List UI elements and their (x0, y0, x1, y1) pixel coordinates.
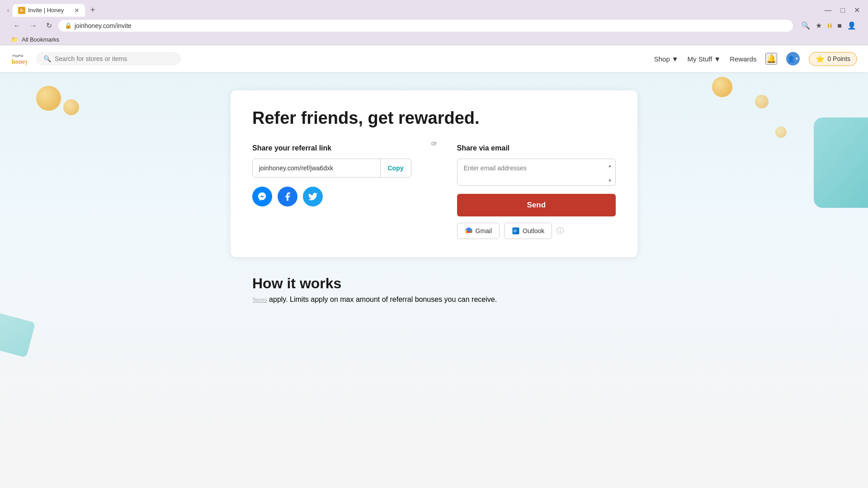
shop-link[interactable]: Shop ▼ (654, 55, 679, 63)
bookmarks-label[interactable]: All Bookmarks (22, 36, 59, 43)
points-star-icon: ⭐ (816, 55, 825, 63)
deco-teal-left (0, 311, 36, 357)
twitter-icon (308, 192, 318, 202)
search-icon[interactable]: 🔍 (800, 20, 811, 31)
new-tab-btn[interactable]: + (87, 4, 99, 17)
avatar-icon: 👤 (788, 56, 795, 62)
facebook-share-btn[interactable] (278, 187, 297, 206)
honey-logo-svg: PayPal honey (11, 51, 27, 67)
info-icon[interactable]: ⓘ (557, 226, 564, 236)
email-input-wrapper: ▲ ▼ (457, 159, 616, 188)
gmail-label: Gmail (476, 227, 492, 235)
bookmarks-bar: 📁 All Bookmarks (5, 34, 863, 45)
copy-button[interactable]: Copy (380, 159, 411, 177)
search-icon: 🔍 (43, 55, 51, 62)
bookmarks-folder-icon: 📁 (11, 36, 18, 43)
share-email-section: Share via email ▲ ▼ Send (457, 144, 616, 239)
send-button[interactable]: Send (457, 194, 616, 216)
notifications-bell-icon[interactable]: 🔔 (765, 53, 777, 65)
mystuff-chevron-icon: ▼ (714, 55, 721, 63)
tab-title: Invite | Honey (28, 7, 70, 14)
search-box[interactable]: 🔍 (36, 52, 181, 66)
svg-text:O: O (514, 229, 517, 233)
close-btn[interactable]: ✕ (851, 4, 863, 16)
svg-text:honey: honey (12, 58, 27, 65)
mystuff-link[interactable]: My Stuff ▼ (688, 55, 721, 63)
shop-chevron-icon: ▼ (672, 55, 679, 63)
terms-suffix: apply. Limits apply on max amount of ref… (267, 296, 497, 303)
url-box[interactable]: 🔒 joinhoney.com/invite (58, 20, 793, 32)
search-input[interactable] (55, 55, 174, 62)
page-background: Refer friends, get rewarded. Share your … (0, 72, 868, 443)
tab-back-btn[interactable]: ‹ (5, 5, 11, 15)
rewards-link[interactable]: Rewards (730, 55, 756, 63)
url-text: joinhoney.com/invite (75, 22, 787, 29)
outlook-label: Outlook (523, 227, 544, 235)
back-btn[interactable]: ← (11, 20, 24, 32)
share-link-section: Share your referral link Copy (252, 144, 411, 206)
deco-coin-2 (63, 99, 79, 115)
email-scroll-down-btn[interactable]: ▼ (608, 178, 612, 183)
tab-close-btn[interactable]: ✕ (74, 7, 80, 14)
points-display[interactable]: ⭐ 0 Points (809, 52, 857, 66)
window-controls: — □ ✕ (821, 4, 863, 16)
email-input[interactable] (457, 159, 616, 186)
secure-icon: 🔒 (65, 22, 72, 29)
profile-icon[interactable]: 👤 (846, 20, 857, 31)
maximize-btn[interactable]: □ (838, 4, 848, 16)
honey-ext-icon[interactable]: H (826, 20, 833, 31)
points-label: 0 Points (827, 55, 850, 62)
invite-card: Refer friends, get rewarded. Share your … (231, 90, 637, 257)
email-scroll-up-btn[interactable]: ▲ (608, 163, 612, 168)
avatar-chevron-icon: ▼ (795, 56, 799, 61)
gmail-icon (465, 227, 473, 235)
forward-btn[interactable]: → (27, 20, 40, 32)
minimize-btn[interactable]: — (821, 4, 834, 16)
twitter-share-btn[interactable] (303, 187, 323, 206)
honey-navbar: PayPal honey 🔍 Shop ▼ My Stuff ▼ Rewards… (0, 45, 868, 72)
deco-teal-right (814, 117, 868, 208)
social-icons (252, 187, 411, 206)
outlook-btn[interactable]: O Outlook (504, 223, 552, 239)
how-it-works-section: How it works Terms apply. Limits apply o… (231, 275, 637, 304)
tab-favicon: h (18, 7, 25, 14)
bookmark-star-icon[interactable]: ★ (815, 20, 823, 31)
share-link-title: Share your referral link (252, 144, 411, 152)
how-it-works-title: How it works (252, 275, 616, 292)
terms-text: Terms apply. Limits apply on max amount … (252, 296, 616, 304)
invite-title: Refer friends, get rewarded. (252, 108, 616, 128)
tab-bar: ‹ h Invite | Honey ✕ + — □ ✕ (5, 4, 863, 17)
honey-logo[interactable]: PayPal honey (11, 51, 27, 67)
user-avatar[interactable]: 👤 ▼ (786, 52, 800, 66)
email-providers: Gmail O Outlook ⓘ (457, 223, 616, 239)
gmail-btn[interactable]: Gmail (457, 223, 500, 239)
address-bar-icons: 🔍 ★ H ■ 👤 (800, 20, 857, 31)
deco-coin-1 (36, 86, 61, 111)
facebook-icon (283, 192, 292, 202)
deco-coin-5 (775, 127, 787, 138)
terms-link[interactable]: Terms (252, 297, 267, 303)
deco-coin-4 (755, 95, 769, 108)
active-tab[interactable]: h Invite | Honey ✕ (13, 4, 85, 17)
nav-right: Shop ▼ My Stuff ▼ Rewards 🔔 👤 ▼ ⭐ 0 Poin… (654, 52, 857, 66)
messenger-icon (257, 192, 267, 202)
referral-link-input[interactable] (253, 159, 380, 177)
share-email-title: Share via email (457, 144, 616, 152)
messenger-share-btn[interactable] (252, 187, 272, 206)
browser-chrome: ‹ h Invite | Honey ✕ + — □ ✕ ← → ↻ 🔒 joi… (0, 0, 868, 45)
reload-btn[interactable]: ↻ (43, 19, 55, 32)
share-columns: Share your referral link Copy (252, 144, 616, 239)
or-label: or (428, 138, 440, 149)
address-bar: ← → ↻ 🔒 joinhoney.com/invite 🔍 ★ H ■ 👤 (5, 17, 863, 34)
referral-link-box: Copy (252, 159, 411, 178)
extensions-icon[interactable]: ■ (836, 20, 843, 31)
outlook-icon: O (512, 227, 520, 235)
deco-coin-3 (712, 77, 732, 97)
